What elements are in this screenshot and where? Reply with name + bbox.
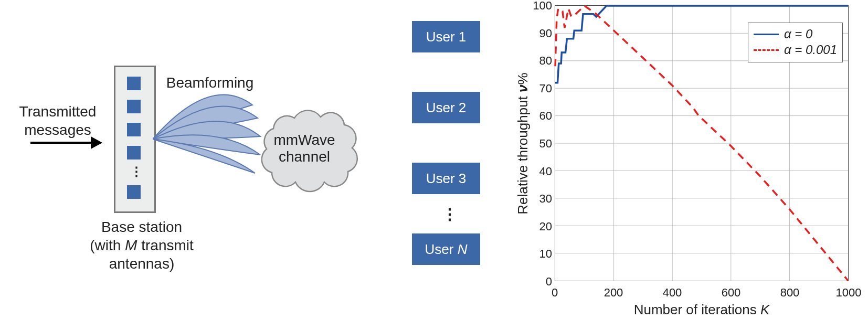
user-label: User 2 — [426, 100, 467, 116]
y-tick-label: 100 — [521, 0, 552, 13]
x-tick-label: 200 — [598, 286, 629, 300]
tx-messages-label: Transmittedmessages — [5, 102, 110, 139]
x-tick-label: 400 — [657, 286, 688, 300]
vdots-icon: ⋮ — [130, 164, 143, 179]
bs-caption-line1: Base station — [101, 219, 182, 235]
user-label: User 3 — [426, 171, 467, 187]
cloud-label: mmWavechannel — [249, 132, 359, 165]
legend-entry-a1: α = 0.001 — [754, 42, 837, 58]
arrow-icon — [30, 142, 101, 144]
antenna-icon — [127, 77, 141, 90]
base-station-box: ⋮ — [114, 66, 156, 213]
x-tick-label: 800 — [774, 286, 806, 300]
user-N-var: N — [458, 241, 468, 258]
user-N-pre: User — [425, 241, 454, 258]
legend-label: α = 0.001 — [784, 42, 837, 57]
y-tick-label: 30 — [521, 192, 552, 206]
y-tick-label: 20 — [521, 220, 552, 233]
user-box-N: User N — [412, 233, 480, 265]
legend-label: α = 0 — [784, 27, 812, 41]
y-tick-label: 80 — [521, 54, 552, 68]
legend-swatch-solid — [754, 34, 779, 35]
vdots-icon: ⋮ — [442, 205, 458, 223]
mmwave-cloud: mmWavechannel — [249, 108, 359, 194]
beam-lobes-icon — [153, 87, 263, 192]
y-tick-label: 90 — [521, 27, 552, 40]
y-tick-label: 10 — [521, 247, 552, 261]
antenna-icon — [127, 100, 141, 113]
user-box-1: User 1 — [412, 21, 480, 52]
legend-entry-a0: α = 0 — [754, 26, 837, 42]
x-tick-label: 0 — [539, 286, 570, 300]
antenna-icon — [127, 185, 141, 199]
plot-area: α = 0 α = 0.001 — [555, 5, 849, 281]
antenna-icon — [127, 146, 141, 160]
chart-legend: α = 0 α = 0.001 — [748, 23, 843, 62]
x-tick-label: 600 — [715, 286, 747, 300]
throughput-chart: α = 0 α = 0.001 Number of iterations K R… — [512, 0, 868, 319]
user-box-3: User 3 — [412, 163, 480, 194]
y-tick-label: 40 — [521, 165, 552, 178]
bs-caption-var-M: M — [125, 237, 137, 253]
y-tick-label: 70 — [521, 82, 552, 95]
x-axis-label: Number of iterations K — [555, 302, 849, 318]
beamforming-label: Beamforming — [157, 73, 262, 92]
beamforming-diagram: Transmittedmessages ⋮ Base station (with… — [0, 0, 504, 319]
bs-caption-line2-pre: (with — [90, 237, 125, 253]
xlabel-var: K — [760, 302, 769, 317]
xlabel-text: Number of iterations — [634, 302, 760, 317]
antenna-icon — [127, 123, 141, 136]
legend-swatch-dash — [754, 49, 779, 51]
user-box-2: User 2 — [412, 92, 480, 123]
bs-caption: Base station (with M transmit antennas) — [63, 218, 220, 273]
x-tick-label: 1000 — [833, 286, 864, 300]
y-tick-label: 60 — [521, 109, 552, 123]
y-tick-label: 50 — [521, 137, 552, 151]
user-label: User 1 — [426, 29, 467, 45]
